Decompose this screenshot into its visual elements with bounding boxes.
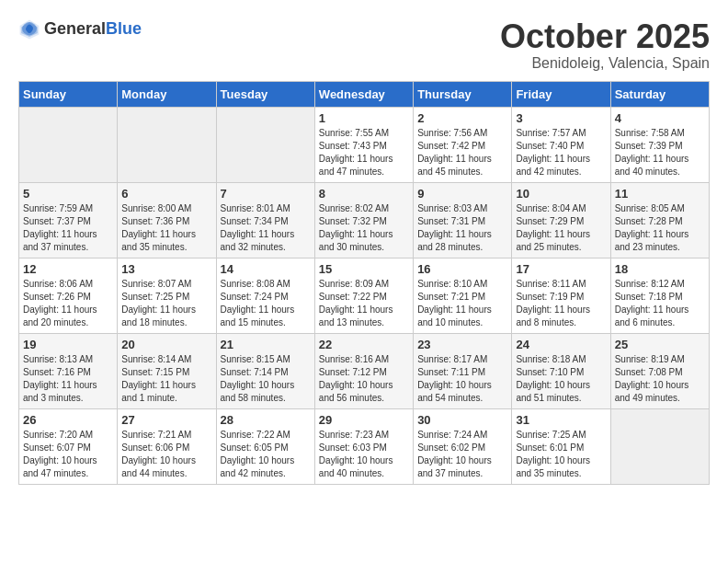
day-number: 2 — [417, 111, 507, 125]
day-number: 23 — [417, 338, 507, 351]
day-info: Sunrise: 7:25 AM Sunset: 6:01 PM Dayligh… — [516, 429, 606, 480]
calendar-cell: 17Sunrise: 8:11 AM Sunset: 7:19 PM Dayli… — [512, 258, 610, 333]
day-info: Sunrise: 7:23 AM Sunset: 6:03 PM Dayligh… — [319, 429, 409, 480]
logo: GeneralBlue — [18, 18, 142, 40]
calendar-cell: 27Sunrise: 7:21 AM Sunset: 6:06 PM Dayli… — [118, 408, 216, 484]
month-title: October 2025 — [500, 18, 710, 55]
weekday-header: Wednesday — [314, 81, 413, 107]
day-number: 15 — [319, 262, 409, 276]
calendar-cell: 15Sunrise: 8:09 AM Sunset: 7:22 PM Dayli… — [314, 258, 413, 333]
weekday-header-row: SundayMondayTuesdayWednesdayThursdayFrid… — [19, 81, 710, 107]
calendar-cell: 30Sunrise: 7:24 AM Sunset: 6:02 PM Dayli… — [414, 408, 512, 484]
day-info: Sunrise: 8:03 AM Sunset: 7:31 PM Dayligh… — [417, 202, 507, 254]
logo-text: GeneralBlue — [44, 20, 142, 39]
day-info: Sunrise: 8:00 AM Sunset: 7:36 PM Dayligh… — [121, 202, 211, 254]
calendar-cell: 7Sunrise: 8:01 AM Sunset: 7:34 PM Daylig… — [216, 182, 314, 258]
day-info: Sunrise: 8:06 AM Sunset: 7:26 PM Dayligh… — [23, 278, 113, 329]
day-number: 4 — [615, 111, 705, 125]
calendar-cell: 9Sunrise: 8:03 AM Sunset: 7:31 PM Daylig… — [414, 182, 512, 258]
calendar-cell: 28Sunrise: 7:22 AM Sunset: 6:05 PM Dayli… — [216, 408, 314, 484]
day-number: 22 — [319, 338, 409, 351]
weekday-header: Sunday — [19, 81, 118, 107]
day-info: Sunrise: 8:09 AM Sunset: 7:22 PM Dayligh… — [319, 278, 409, 329]
day-number: 11 — [615, 187, 705, 201]
calendar-cell: 29Sunrise: 7:23 AM Sunset: 6:03 PM Dayli… — [314, 408, 413, 484]
calendar-cell — [118, 107, 216, 182]
day-number: 26 — [23, 413, 113, 427]
day-number: 29 — [319, 413, 409, 427]
title-block: October 2025 Benidoleig, Valencia, Spain — [500, 18, 710, 72]
calendar-cell: 18Sunrise: 8:12 AM Sunset: 7:18 PM Dayli… — [610, 258, 709, 333]
day-number: 7 — [221, 187, 311, 201]
calendar-table: SundayMondayTuesdayWednesdayThursdayFrid… — [18, 81, 710, 485]
day-info: Sunrise: 8:12 AM Sunset: 7:18 PM Dayligh… — [615, 278, 705, 329]
calendar-cell: 10Sunrise: 8:04 AM Sunset: 7:29 PM Dayli… — [512, 182, 610, 258]
day-info: Sunrise: 7:20 AM Sunset: 6:07 PM Dayligh… — [23, 429, 113, 480]
day-info: Sunrise: 8:07 AM Sunset: 7:25 PM Dayligh… — [121, 278, 211, 329]
calendar-cell: 22Sunrise: 8:16 AM Sunset: 7:12 PM Dayli… — [314, 333, 413, 408]
calendar-week-row: 26Sunrise: 7:20 AM Sunset: 6:07 PM Dayli… — [19, 408, 710, 484]
weekday-header: Friday — [512, 81, 610, 107]
logo-icon — [18, 18, 40, 40]
calendar-cell: 25Sunrise: 8:19 AM Sunset: 7:08 PM Dayli… — [610, 333, 709, 408]
calendar-cell: 19Sunrise: 8:13 AM Sunset: 7:16 PM Dayli… — [19, 333, 118, 408]
calendar-cell — [216, 107, 314, 182]
day-info: Sunrise: 7:58 AM Sunset: 7:39 PM Dayligh… — [615, 127, 705, 178]
day-number: 17 — [516, 262, 606, 276]
calendar-cell: 26Sunrise: 7:20 AM Sunset: 6:07 PM Dayli… — [19, 408, 118, 484]
calendar-cell: 6Sunrise: 8:00 AM Sunset: 7:36 PM Daylig… — [118, 182, 216, 258]
day-number: 28 — [221, 413, 311, 427]
day-info: Sunrise: 8:16 AM Sunset: 7:12 PM Dayligh… — [319, 353, 409, 405]
day-info: Sunrise: 8:10 AM Sunset: 7:21 PM Dayligh… — [417, 278, 507, 329]
day-number: 5 — [23, 187, 113, 201]
weekday-header: Monday — [118, 81, 216, 107]
day-info: Sunrise: 7:21 AM Sunset: 6:06 PM Dayligh… — [121, 429, 211, 480]
day-info: Sunrise: 8:17 AM Sunset: 7:11 PM Dayligh… — [417, 353, 507, 405]
day-info: Sunrise: 8:18 AM Sunset: 7:10 PM Dayligh… — [516, 353, 606, 405]
day-info: Sunrise: 8:15 AM Sunset: 7:14 PM Dayligh… — [221, 353, 311, 405]
day-number: 24 — [516, 338, 606, 351]
calendar-cell — [610, 408, 709, 484]
day-info: Sunrise: 7:22 AM Sunset: 6:05 PM Dayligh… — [221, 429, 311, 480]
calendar-cell: 11Sunrise: 8:05 AM Sunset: 7:28 PM Dayli… — [610, 182, 709, 258]
day-number: 13 — [121, 262, 211, 276]
day-number: 30 — [417, 413, 507, 427]
day-info: Sunrise: 8:13 AM Sunset: 7:16 PM Dayligh… — [23, 353, 113, 405]
calendar-cell: 4Sunrise: 7:58 AM Sunset: 7:39 PM Daylig… — [610, 107, 709, 182]
day-number: 31 — [516, 413, 606, 427]
calendar-week-row: 5Sunrise: 7:59 AM Sunset: 7:37 PM Daylig… — [19, 182, 710, 258]
calendar-cell: 14Sunrise: 8:08 AM Sunset: 7:24 PM Dayli… — [216, 258, 314, 333]
day-info: Sunrise: 8:04 AM Sunset: 7:29 PM Dayligh… — [516, 202, 606, 254]
weekday-header: Tuesday — [216, 81, 314, 107]
day-number: 25 — [615, 338, 705, 351]
day-number: 1 — [319, 111, 409, 125]
day-number: 20 — [121, 338, 211, 351]
day-info: Sunrise: 7:55 AM Sunset: 7:43 PM Dayligh… — [319, 127, 409, 178]
weekday-header: Thursday — [414, 81, 512, 107]
day-info: Sunrise: 8:08 AM Sunset: 7:24 PM Dayligh… — [221, 278, 311, 329]
day-info: Sunrise: 8:19 AM Sunset: 7:08 PM Dayligh… — [615, 353, 705, 405]
calendar-cell: 5Sunrise: 7:59 AM Sunset: 7:37 PM Daylig… — [19, 182, 118, 258]
calendar-cell: 12Sunrise: 8:06 AM Sunset: 7:26 PM Dayli… — [19, 258, 118, 333]
day-number: 9 — [417, 187, 507, 201]
calendar-week-row: 12Sunrise: 8:06 AM Sunset: 7:26 PM Dayli… — [19, 258, 710, 333]
day-info: Sunrise: 8:05 AM Sunset: 7:28 PM Dayligh… — [615, 202, 705, 254]
calendar-cell: 1Sunrise: 7:55 AM Sunset: 7:43 PM Daylig… — [314, 107, 413, 182]
weekday-header: Saturday — [610, 81, 709, 107]
calendar-cell: 20Sunrise: 8:14 AM Sunset: 7:15 PM Dayli… — [118, 333, 216, 408]
day-number: 27 — [121, 413, 211, 427]
day-number: 19 — [23, 338, 113, 351]
location: Benidoleig, Valencia, Spain — [500, 55, 710, 72]
calendar-cell: 31Sunrise: 7:25 AM Sunset: 6:01 PM Dayli… — [512, 408, 610, 484]
calendar-cell: 2Sunrise: 7:56 AM Sunset: 7:42 PM Daylig… — [414, 107, 512, 182]
calendar-week-row: 1Sunrise: 7:55 AM Sunset: 7:43 PM Daylig… — [19, 107, 710, 182]
day-info: Sunrise: 8:02 AM Sunset: 7:32 PM Dayligh… — [319, 202, 409, 254]
day-number: 8 — [319, 187, 409, 201]
day-info: Sunrise: 8:01 AM Sunset: 7:34 PM Dayligh… — [221, 202, 311, 254]
calendar-cell: 24Sunrise: 8:18 AM Sunset: 7:10 PM Dayli… — [512, 333, 610, 408]
day-number: 18 — [615, 262, 705, 276]
day-info: Sunrise: 7:57 AM Sunset: 7:40 PM Dayligh… — [516, 127, 606, 178]
day-info: Sunrise: 8:14 AM Sunset: 7:15 PM Dayligh… — [121, 353, 211, 405]
day-number: 10 — [516, 187, 606, 201]
calendar-cell: 3Sunrise: 7:57 AM Sunset: 7:40 PM Daylig… — [512, 107, 610, 182]
